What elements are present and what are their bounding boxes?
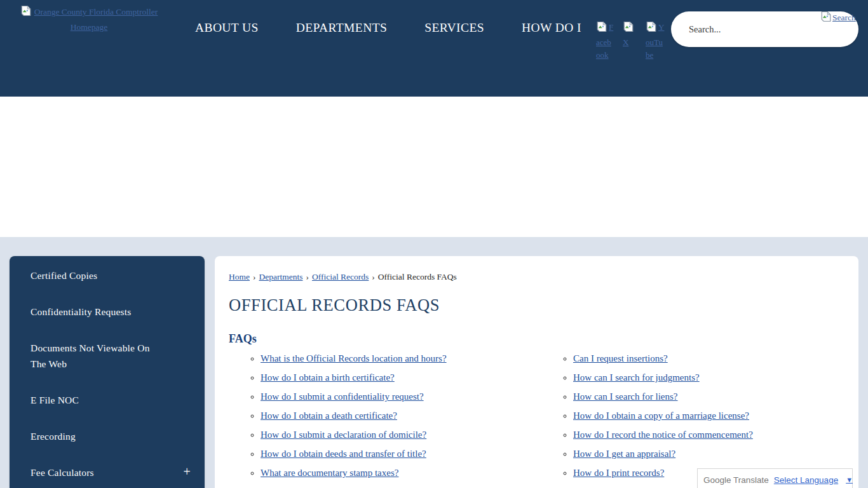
sidebar-item-documents-not-viewable-on-the-web[interactable]: Documents Not Viewable On The Web: [10, 330, 205, 382]
faq-link[interactable]: What are documentary stamp taxes?: [261, 468, 398, 478]
faq-link[interactable]: How do I get an appraisal?: [573, 449, 675, 459]
sidebar-item-certified-copies[interactable]: Certified Copies: [10, 257, 205, 294]
sidebar-nav: Certified CopiesConfidentiality Requests…: [10, 256, 205, 488]
social-links: FacebookXYouTube: [596, 21, 665, 62]
page-title: OFFICIAL RECORDS FAQS: [229, 295, 844, 315]
faq-link[interactable]: How do I print records?: [573, 468, 664, 478]
site-header: Orange County Florida Comptroller Homepa…: [0, 0, 868, 97]
logo-alt-text: Orange County Florida Comptroller Homepa…: [34, 7, 158, 32]
youtube-icon[interactable]: YouTube: [646, 21, 665, 62]
main-content-card: Home›Departments›Official Records›Offici…: [215, 256, 858, 488]
expand-plus-icon[interactable]: +: [184, 464, 191, 478]
nav-item-how-do-i[interactable]: HOW DO I: [522, 21, 581, 35]
nav-item-services[interactable]: SERVICES: [424, 21, 484, 35]
faq-list-item: What is the Official Records location an…: [261, 353, 541, 364]
sidebar-item-e-file-noc[interactable]: E File NOC: [10, 382, 205, 418]
faq-link[interactable]: Can I request insertions?: [573, 353, 668, 363]
select-language-link[interactable]: Select Language: [774, 475, 838, 485]
faq-section-heading: FAQs: [229, 332, 844, 346]
broken-image-icon: [623, 25, 634, 34]
nav-item-departments[interactable]: DEPARTMENTS: [296, 21, 387, 35]
faq-link[interactable]: How do I record the notice of commenceme…: [573, 430, 753, 440]
faq-link[interactable]: How do I obtain a birth certificate?: [261, 372, 395, 383]
breadcrumb: Home›Departments›Official Records›Offici…: [229, 272, 844, 282]
x-icon[interactable]: X: [623, 21, 637, 49]
breadcrumb-link-departments[interactable]: Departments: [259, 272, 303, 281]
sidebar-item-label: Erecording: [31, 428, 76, 444]
nav-item-about-us[interactable]: ABOUT US: [195, 21, 259, 35]
broken-image-icon: [646, 25, 657, 34]
search-input[interactable]: [688, 11, 834, 47]
faq-link[interactable]: How do I obtain a death certificate?: [261, 410, 397, 421]
faq-link[interactable]: How do I submit a declaration of domicil…: [261, 430, 426, 440]
faq-link[interactable]: What is the Official Records location an…: [261, 353, 447, 363]
faq-link[interactable]: How can I search for judgments?: [573, 372, 700, 383]
main-nav: ABOUT USDEPARTMENTSSERVICESHOW DO I: [195, 21, 581, 35]
faq-list-item: How do I obtain a copy of a marriage lic…: [573, 410, 844, 421]
homepage-logo-link[interactable]: Orange County Florida Comptroller Homepa…: [9, 5, 169, 34]
breadcrumb-current: Official Records FAQs: [378, 272, 457, 281]
sidebar-item-label: Fee Calculators: [31, 464, 94, 480]
broken-image-icon: [596, 25, 607, 34]
faq-list-item: How do I submit a declaration of domicil…: [261, 429, 541, 440]
sidebar-item-label: Documents Not Viewable On The Web: [31, 340, 167, 372]
sidebar-item-fee-calculators[interactable]: Fee Calculators+: [10, 454, 205, 488]
faq-link[interactable]: How do I submit a confidentiality reques…: [261, 391, 424, 402]
breadcrumb-link-official-records[interactable]: Official Records: [312, 272, 369, 281]
faq-list-item: How do I obtain a birth certificate?: [261, 372, 541, 383]
breadcrumb-separator: ›: [306, 272, 309, 281]
sidebar-item-erecording[interactable]: Erecording: [10, 418, 205, 454]
faq-link[interactable]: How can I search for liens?: [573, 391, 678, 402]
faq-list-item: How do I get an appraisal?: [573, 448, 844, 459]
language-dropdown-arrow-icon[interactable]: ▼: [846, 476, 853, 484]
faq-list-item: How can I search for judgments?: [573, 372, 844, 383]
search-button[interactable]: Search: [820, 11, 856, 25]
facebook-icon[interactable]: Facebook: [596, 21, 614, 62]
faq-list-item: How do I obtain a death certificate?: [261, 410, 541, 421]
google-translate-widget: Google Translate Select Language ▼: [697, 468, 853, 488]
faq-list-item: How do I submit a confidentiality reques…: [261, 391, 541, 402]
search-button-label: Search: [832, 13, 856, 22]
faq-list-item: How do I obtain deeds and transfer of ti…: [261, 448, 541, 459]
sidebar-item-confidentiality-requests[interactable]: Confidentiality Requests: [10, 294, 205, 330]
faq-link[interactable]: How do I obtain deeds and transfer of ti…: [261, 449, 426, 459]
breadcrumb-separator: ›: [372, 272, 375, 281]
faq-list-item: What are documentary stamp taxes?: [261, 467, 541, 478]
sidebar-item-label: E File NOC: [31, 392, 79, 408]
broken-image-icon: [20, 9, 32, 18]
breadcrumb-link-home[interactable]: Home: [229, 272, 250, 281]
faq-list-item: How do I record the notice of commenceme…: [573, 429, 844, 440]
sidebar-item-label: Certified Copies: [31, 268, 97, 283]
faq-list-item: How can I search for liens?: [573, 391, 844, 402]
faq-link[interactable]: How do I obtain a copy of a marriage lic…: [573, 410, 749, 421]
broken-image-icon: [820, 15, 832, 24]
google-translate-label: Google Translate: [703, 475, 769, 485]
faq-column-left: What is the Official Records location an…: [229, 353, 541, 488]
breadcrumb-separator: ›: [253, 272, 256, 281]
sidebar-item-label: Confidentiality Requests: [31, 304, 132, 320]
faq-list-item: Can I request insertions?: [573, 353, 844, 364]
